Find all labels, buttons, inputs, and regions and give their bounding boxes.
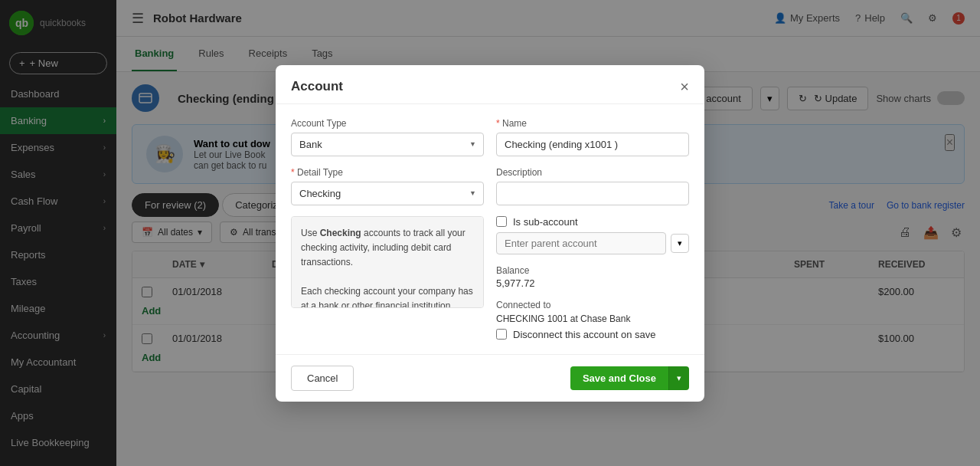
account-type-group: Account Type Bank (291, 118, 484, 156)
disconnect-checkbox-row[interactable]: Disconnect this account on save (496, 329, 689, 340)
name-label: * Name (496, 118, 689, 129)
form-top-row: Account Type Bank * Detail Type (291, 118, 689, 340)
save-button-group: Save and Close ▾ (570, 366, 689, 390)
save-and-close-button[interactable]: Save and Close (570, 366, 668, 390)
description-label: Description (496, 167, 689, 178)
info-box: Use Checking accounts to track all your … (291, 216, 484, 308)
description-group: Description (496, 167, 689, 205)
account-type-select-wrapper: Bank (291, 133, 484, 156)
detail-type-select-wrapper: Checking (291, 182, 484, 205)
modal-footer: Cancel Save and Close ▾ (276, 354, 704, 402)
balance-section: Balance 5,977.72 (496, 265, 689, 289)
modal-overlay: Account × Account Type Bank (0, 0, 980, 466)
account-type-label: Account Type (291, 118, 484, 129)
parent-account-input[interactable] (496, 232, 666, 254)
name-group: * Name (496, 118, 689, 156)
account-type-select[interactable]: Bank (291, 133, 484, 156)
detail-type-label: * Detail Type (291, 167, 484, 178)
modal-close-button[interactable]: × (680, 79, 689, 94)
name-input[interactable] (496, 133, 689, 156)
form-left-col: Account Type Bank * Detail Type (291, 118, 484, 340)
modal-body: Account Type Bank * Detail Type (276, 104, 704, 354)
cancel-button[interactable]: Cancel (291, 366, 354, 391)
disconnect-checkbox[interactable] (496, 329, 507, 340)
account-modal: Account × Account Type Bank (276, 65, 704, 402)
parent-account-dropdown-button[interactable]: ▾ (671, 234, 689, 253)
save-dropdown-button[interactable]: ▾ (668, 366, 689, 390)
form-right-col: * Name Description (496, 118, 689, 340)
parent-account-row: ▾ (496, 232, 689, 254)
description-input[interactable] (496, 182, 689, 205)
subaccount-section: Is sub-account ▾ (496, 216, 689, 254)
detail-type-group: * Detail Type Checking (291, 167, 484, 205)
modal-header: Account × (276, 65, 704, 104)
subaccount-checkbox[interactable] (496, 216, 507, 227)
connected-section: Connected to CHECKING 1001 at Chase Bank… (496, 300, 689, 340)
detail-type-select[interactable]: Checking (291, 182, 484, 205)
modal-title: Account (291, 79, 343, 94)
subaccount-checkbox-row[interactable]: Is sub-account (496, 216, 689, 228)
